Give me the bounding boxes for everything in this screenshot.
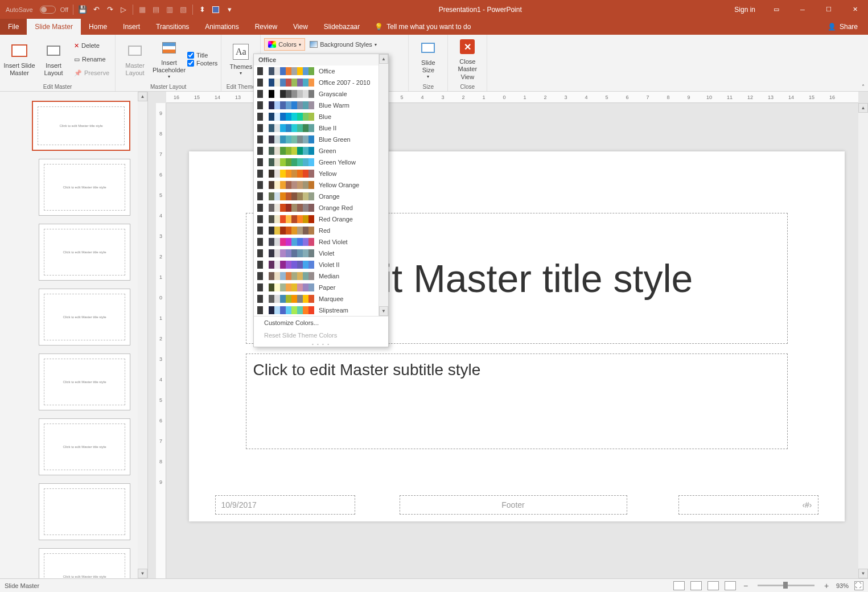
scroll-down-icon[interactable]: ▼ [858,569,868,578]
zoom-slider[interactable] [758,585,814,586]
scroll-down-icon[interactable]: ▼ [138,569,147,578]
color-scheme-green[interactable]: Green [254,145,388,157]
qat-icon-2[interactable]: ▤ [151,5,161,14]
scroll-up-icon[interactable]: ▲ [379,54,388,64]
tab-insert[interactable]: Insert [115,19,148,35]
zoom-in-button[interactable]: + [822,581,830,590]
share-label: Share [840,23,858,31]
colors-scrollbar[interactable]: ▲ ▼ [379,54,388,316]
qat-icon-3[interactable]: ▥ [165,5,174,14]
slide-sorter-view-button[interactable] [690,581,702,590]
footers-checkbox[interactable]: Footers [187,60,217,67]
normal-view-button[interactable] [673,581,685,590]
minimize-button[interactable]: ─ [789,0,816,19]
color-scheme-marquee[interactable]: Marquee [254,293,388,305]
qat-more-icon[interactable]: ▾ [225,5,234,14]
title-checkbox[interactable]: Title [187,52,217,59]
color-scheme-label: Violet [319,250,334,257]
layout-thumbnail-4[interactable]: Click to edit Master title style [39,353,130,410]
color-scheme-green-yellow[interactable]: Green Yellow [254,157,388,168]
fit-to-window-button[interactable]: ⛶ [854,581,863,590]
background-styles-dropdown[interactable]: Background Styles▾ [307,38,379,51]
tab-file[interactable]: File [0,19,27,35]
color-scheme-blue-warm[interactable]: Blue Warm [254,100,388,111]
color-scheme-yellow[interactable]: Yellow [254,168,388,179]
tab-review[interactable]: Review [247,19,285,35]
resize-grip-icon[interactable]: • • • • [254,342,388,347]
layout-thumbnail-3[interactable]: Click to edit Master title style [39,289,130,346]
color-scheme-blue-green[interactable]: Blue Green [254,134,388,145]
color-scheme-grayscale[interactable]: Grayscale [254,88,388,100]
qat-icon-4[interactable]: ▧ [179,5,188,14]
layout-thumbnail-6[interactable] [39,483,130,540]
color-scheme-label: Violet II [319,261,340,268]
color-scheme-office[interactable]: Office [254,65,388,77]
ribbon-display-icon[interactable]: ▭ [763,0,789,19]
qat-icon-5[interactable]: ⬍ [198,5,207,14]
layout-thumbnail-2[interactable]: Click to edit Master title style [39,224,130,281]
customize-colors-menuitem[interactable]: Customize Colors... [254,316,388,329]
tab-transitions[interactable]: Transitions [148,19,197,35]
layout-thumbnail-7[interactable]: Click to edit Master title style [39,548,130,578]
preserve-button[interactable]: 📌Preserve [72,67,112,79]
slideshow-view-button[interactable] [725,581,736,590]
slide-number-placeholder[interactable]: ‹#› [678,495,818,515]
color-scheme-slipstream[interactable]: Slipstream [254,305,388,316]
color-scheme-red-orange[interactable]: Red Orange [254,213,388,225]
scroll-up-icon[interactable]: ▲ [138,92,147,101]
color-scheme-violet-ii[interactable]: Violet II [254,259,388,270]
master-layout-button[interactable]: Master Layout [119,37,151,81]
themes-button[interactable]: Aa Themes ▾ [225,37,257,81]
qat-icon-1[interactable]: ▦ [138,5,147,14]
color-scheme-orange[interactable]: Orange [254,191,388,202]
tab-slidebazaar[interactable]: Slidebazaar [316,19,368,35]
signin-button[interactable]: Sign in [726,6,763,14]
color-scheme-office-2007-2010[interactable]: Office 2007 - 2010 [254,77,388,88]
color-scheme-blue-ii[interactable]: Blue II [254,122,388,134]
master-subtitle-placeholder[interactable]: Click to edit Master subtitle style [246,353,788,449]
reading-view-button[interactable] [707,581,719,590]
delete-button[interactable]: ✕Delete [72,39,112,52]
master-slide-thumbnail[interactable]: Click to edit Master title style [32,101,130,151]
scroll-down-icon[interactable]: ▼ [379,306,388,316]
date-placeholder[interactable]: 10/9/2017 [215,495,355,515]
start-from-beginning-icon[interactable]: ▷ [119,5,128,14]
insert-slide-master-button[interactable]: Insert Slide Master [3,37,35,81]
maximize-button[interactable]: ☐ [816,0,842,19]
color-scheme-red-violet[interactable]: Red Violet [254,236,388,248]
close-window-button[interactable]: ✕ [842,0,868,19]
tab-animations[interactable]: Animations [197,19,246,35]
layout-thumbnail-1[interactable]: Click to edit Master title style [39,159,130,216]
autosave-toggle[interactable] [40,6,56,14]
layout-thumbnail-5[interactable]: Click to edit Master title style [39,418,130,475]
slide-size-button[interactable]: Slide Size ▾ [412,37,444,81]
editor-scrollbar[interactable]: ▲ ▼ [858,103,868,578]
colors-dropdown[interactable]: Colors▾ [264,38,305,51]
collapse-ribbon-button[interactable]: ˄ [862,84,865,90]
tab-slide-master[interactable]: Slide Master [27,19,81,35]
insert-layout-button[interactable]: Insert Layout [38,37,69,81]
color-scheme-yellow-orange[interactable]: Yellow Orange [254,179,388,191]
undo-icon[interactable]: ↶ [92,5,101,14]
color-scheme-blue[interactable]: Blue [254,111,388,122]
zoom-out-button[interactable]: − [742,581,750,590]
qat-color-icon[interactable] [211,5,220,14]
tab-view[interactable]: View [285,19,316,35]
tab-home[interactable]: Home [81,19,115,35]
rename-button[interactable]: ▭Rename [72,53,112,65]
color-scheme-median[interactable]: Median [254,270,388,282]
scroll-up-icon[interactable]: ▲ [858,103,868,113]
save-icon[interactable]: 💾 [78,5,87,14]
footer-placeholder[interactable]: Footer [400,495,627,515]
thumbnail-pane-scrollbar[interactable]: ▲ ▼ [138,92,147,578]
share-button[interactable]: 👤 Share [817,19,868,35]
color-scheme-paper[interactable]: Paper [254,282,388,293]
color-scheme-violet[interactable]: Violet [254,248,388,259]
color-scheme-orange-red[interactable]: Orange Red [254,202,388,213]
tell-me-search[interactable]: 💡 Tell me what you want to do [368,19,471,35]
close-master-view-button[interactable]: ✕ Close Master View [451,37,483,81]
color-scheme-red[interactable]: Red [254,225,388,236]
insert-placeholder-button[interactable]: Insert Placeholder ▾ [153,37,185,81]
redo-icon[interactable]: ↷ [105,5,114,14]
zoom-percent[interactable]: 93% [836,582,849,589]
